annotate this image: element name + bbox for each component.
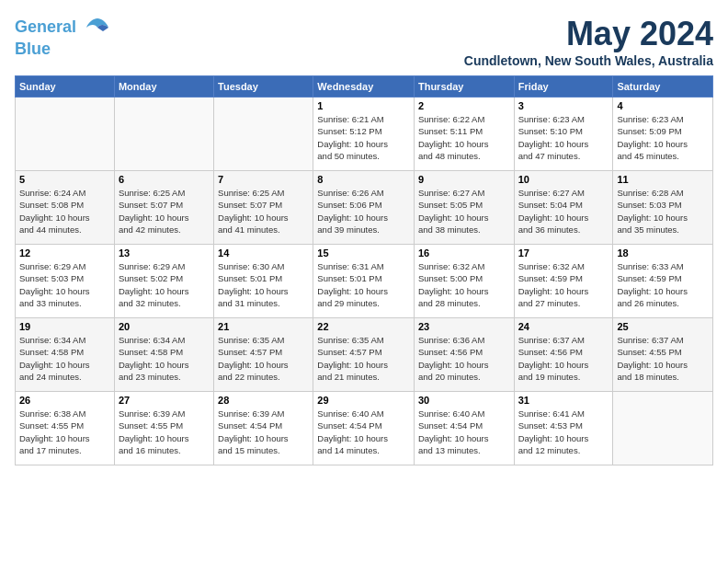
logo-bird-icon xyxy=(85,15,110,40)
day-number: 22 xyxy=(317,321,410,332)
day-number: 25 xyxy=(617,321,709,332)
day-number: 2 xyxy=(418,100,510,111)
calendar-cell: 28Sunrise: 6:39 AMSunset: 4:54 PMDayligh… xyxy=(214,392,313,465)
day-info: Sunrise: 6:23 AMSunset: 5:10 PMDaylight:… xyxy=(518,113,609,162)
header-row: SundayMondayTuesdayWednesdayThursdayFrid… xyxy=(16,76,713,98)
header-day-monday: Monday xyxy=(114,76,213,98)
day-number: 1 xyxy=(317,100,410,111)
day-number: 26 xyxy=(19,395,110,406)
day-info: Sunrise: 6:23 AMSunset: 5:09 PMDaylight:… xyxy=(617,113,709,162)
header-day-wednesday: Wednesday xyxy=(313,76,415,98)
day-info: Sunrise: 6:35 AMSunset: 4:57 PMDaylight:… xyxy=(317,334,410,383)
logo: General Blue xyxy=(15,15,110,59)
calendar-cell: 19Sunrise: 6:34 AMSunset: 4:58 PMDayligh… xyxy=(16,318,115,392)
calendar-cell: 6Sunrise: 6:25 AMSunset: 5:07 PMDaylight… xyxy=(114,171,213,245)
day-info: Sunrise: 6:40 AMSunset: 4:54 PMDaylight:… xyxy=(317,408,410,456)
day-info: Sunrise: 6:28 AMSunset: 5:03 PMDaylight:… xyxy=(617,187,709,236)
week-row-5: 26Sunrise: 6:38 AMSunset: 4:55 PMDayligh… xyxy=(16,392,713,465)
day-number: 13 xyxy=(119,247,210,259)
calendar-cell: 9Sunrise: 6:27 AMSunset: 5:05 PMDaylight… xyxy=(414,171,514,245)
calendar-cell: 15Sunrise: 6:31 AMSunset: 5:01 PMDayligh… xyxy=(313,245,415,318)
calendar-cell: 25Sunrise: 6:37 AMSunset: 4:55 PMDayligh… xyxy=(613,318,713,392)
day-info: Sunrise: 6:32 AMSunset: 5:00 PMDaylight:… xyxy=(418,260,510,309)
calendar-cell: 8Sunrise: 6:26 AMSunset: 5:06 PMDaylight… xyxy=(313,171,415,245)
week-row-4: 19Sunrise: 6:34 AMSunset: 4:58 PMDayligh… xyxy=(16,318,713,392)
day-number: 23 xyxy=(418,321,510,332)
calendar-cell: 27Sunrise: 6:39 AMSunset: 4:55 PMDayligh… xyxy=(114,392,213,465)
calendar-cell: 16Sunrise: 6:32 AMSunset: 5:00 PMDayligh… xyxy=(414,245,514,318)
calendar-table: SundayMondayTuesdayWednesdayThursdayFrid… xyxy=(15,75,713,465)
title-area: May 2024 Cundletown, New South Wales, Au… xyxy=(464,15,713,68)
calendar-cell: 31Sunrise: 6:41 AMSunset: 4:53 PMDayligh… xyxy=(514,392,613,465)
day-info: Sunrise: 6:29 AMSunset: 5:03 PMDaylight:… xyxy=(19,260,110,309)
day-number: 12 xyxy=(19,247,110,259)
calendar-cell: 30Sunrise: 6:40 AMSunset: 4:54 PMDayligh… xyxy=(414,392,514,465)
day-number: 30 xyxy=(418,395,510,406)
calendar-cell: 13Sunrise: 6:29 AMSunset: 5:02 PMDayligh… xyxy=(114,245,213,318)
day-number: 16 xyxy=(418,247,510,259)
week-row-2: 5Sunrise: 6:24 AMSunset: 5:08 PMDaylight… xyxy=(16,171,713,245)
calendar-cell xyxy=(214,98,313,171)
calendar-cell: 21Sunrise: 6:35 AMSunset: 4:57 PMDayligh… xyxy=(214,318,313,392)
calendar-cell: 29Sunrise: 6:40 AMSunset: 4:54 PMDayligh… xyxy=(313,392,415,465)
calendar-cell xyxy=(16,98,115,171)
calendar-cell: 5Sunrise: 6:24 AMSunset: 5:08 PMDaylight… xyxy=(16,171,115,245)
day-number: 29 xyxy=(317,395,410,406)
day-number: 21 xyxy=(218,321,309,332)
day-number: 6 xyxy=(119,174,210,185)
calendar-cell: 10Sunrise: 6:27 AMSunset: 5:04 PMDayligh… xyxy=(514,171,613,245)
day-info: Sunrise: 6:32 AMSunset: 4:59 PMDaylight:… xyxy=(518,260,609,309)
week-row-1: 1Sunrise: 6:21 AMSunset: 5:12 PMDaylight… xyxy=(16,98,713,171)
calendar-cell xyxy=(114,98,213,171)
day-number: 5 xyxy=(19,174,110,185)
day-info: Sunrise: 6:24 AMSunset: 5:08 PMDaylight:… xyxy=(19,187,110,236)
calendar-cell: 4Sunrise: 6:23 AMSunset: 5:09 PMDaylight… xyxy=(613,98,713,171)
month-title: May 2024 xyxy=(464,15,713,53)
header-day-tuesday: Tuesday xyxy=(214,76,313,98)
calendar-cell: 24Sunrise: 6:37 AMSunset: 4:56 PMDayligh… xyxy=(514,318,613,392)
day-info: Sunrise: 6:41 AMSunset: 4:53 PMDaylight:… xyxy=(518,408,609,456)
day-info: Sunrise: 6:27 AMSunset: 5:04 PMDaylight:… xyxy=(518,187,609,236)
day-info: Sunrise: 6:35 AMSunset: 4:57 PMDaylight:… xyxy=(218,334,309,383)
day-info: Sunrise: 6:40 AMSunset: 4:54 PMDaylight:… xyxy=(418,408,510,456)
day-info: Sunrise: 6:27 AMSunset: 5:05 PMDaylight:… xyxy=(418,187,510,236)
week-row-3: 12Sunrise: 6:29 AMSunset: 5:03 PMDayligh… xyxy=(16,245,713,318)
day-info: Sunrise: 6:36 AMSunset: 4:56 PMDaylight:… xyxy=(418,334,510,383)
calendar-cell: 22Sunrise: 6:35 AMSunset: 4:57 PMDayligh… xyxy=(313,318,415,392)
day-info: Sunrise: 6:21 AMSunset: 5:12 PMDaylight:… xyxy=(317,113,410,162)
calendar-cell: 11Sunrise: 6:28 AMSunset: 5:03 PMDayligh… xyxy=(613,171,713,245)
day-info: Sunrise: 6:25 AMSunset: 5:07 PMDaylight:… xyxy=(119,187,210,236)
calendar-cell: 7Sunrise: 6:25 AMSunset: 5:07 PMDaylight… xyxy=(214,171,313,245)
day-info: Sunrise: 6:31 AMSunset: 5:01 PMDaylight:… xyxy=(317,260,410,309)
logo-blue: Blue xyxy=(15,40,51,58)
calendar-cell: 2Sunrise: 6:22 AMSunset: 5:11 PMDaylight… xyxy=(414,98,514,171)
day-number: 14 xyxy=(218,247,309,259)
day-number: 9 xyxy=(418,174,510,185)
day-info: Sunrise: 6:37 AMSunset: 4:55 PMDaylight:… xyxy=(617,334,709,383)
day-number: 28 xyxy=(218,395,309,406)
day-info: Sunrise: 6:22 AMSunset: 5:11 PMDaylight:… xyxy=(418,113,510,162)
calendar-cell: 12Sunrise: 6:29 AMSunset: 5:03 PMDayligh… xyxy=(16,245,115,318)
day-number: 10 xyxy=(518,174,609,185)
day-info: Sunrise: 6:33 AMSunset: 4:59 PMDaylight:… xyxy=(617,260,709,309)
logo-general: General xyxy=(15,17,76,36)
day-number: 15 xyxy=(317,247,410,259)
day-number: 17 xyxy=(518,247,609,259)
day-number: 8 xyxy=(317,174,410,185)
calendar-cell xyxy=(613,392,713,465)
header-day-friday: Friday xyxy=(514,76,613,98)
day-info: Sunrise: 6:25 AMSunset: 5:07 PMDaylight:… xyxy=(218,187,309,236)
day-number: 20 xyxy=(119,321,210,332)
calendar-cell: 23Sunrise: 6:36 AMSunset: 4:56 PMDayligh… xyxy=(414,318,514,392)
day-number: 4 xyxy=(617,100,709,111)
calendar-cell: 18Sunrise: 6:33 AMSunset: 4:59 PMDayligh… xyxy=(613,245,713,318)
day-info: Sunrise: 6:34 AMSunset: 4:58 PMDaylight:… xyxy=(19,334,110,383)
header: General Blue May 2024 Cundletown, New So… xyxy=(15,15,713,68)
header-day-sunday: Sunday xyxy=(16,76,115,98)
day-number: 19 xyxy=(19,321,110,332)
header-day-saturday: Saturday xyxy=(613,76,713,98)
day-number: 7 xyxy=(218,174,309,185)
day-number: 24 xyxy=(518,321,609,332)
calendar-cell: 26Sunrise: 6:38 AMSunset: 4:55 PMDayligh… xyxy=(16,392,115,465)
day-number: 18 xyxy=(617,247,709,259)
